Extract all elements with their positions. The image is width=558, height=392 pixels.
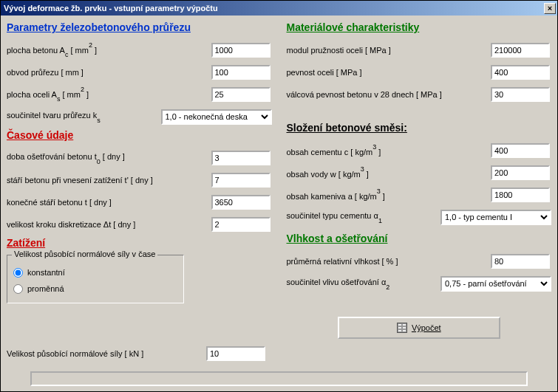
- statusbar: [30, 371, 528, 386]
- label-area-concrete: plocha betonu Ac [ mm2 ]: [7, 44, 211, 57]
- groupbox-legend: Velikost působící normálové síly v čase: [12, 250, 157, 258]
- label-rel-humidity: průměrná relativní vlhkost [ % ]: [287, 257, 491, 266]
- str-steel-input[interactable]: [491, 65, 550, 80]
- close-icon[interactable]: ×: [544, 3, 556, 14]
- step-size-input[interactable]: [211, 217, 271, 232]
- heading-params: Parametry železobetonového průřezu: [7, 21, 272, 33]
- label-cement-type: součinitel typu cementu α1: [287, 211, 441, 222]
- radio-constant-label: konstantní: [27, 268, 65, 277]
- cure-time-input[interactable]: [211, 151, 271, 165]
- cement-type-select[interactable]: 1,0 - typ cementu I: [440, 210, 551, 225]
- heading-humidity: Vlhkost a ošetřování: [287, 233, 552, 244]
- area-concrete-input[interactable]: [211, 43, 271, 58]
- label-age-load: stáří betonu při vnesení zatížení t' [ d…: [7, 176, 211, 185]
- label-step-size: velikost kroku diskretizace Δt [ dny ]: [7, 220, 211, 229]
- titlebar: Vývoj deformace žb. prvku - vstupní para…: [1, 1, 557, 16]
- label-shape-coef: součinitel tvaru průřezu ks: [7, 111, 161, 122]
- label-area-steel: plocha oceli As [ mm2 ]: [7, 88, 211, 101]
- label-str-conc: válcová pevnost betonu v 28 dnech [ MPa …: [287, 90, 491, 99]
- label-cement: obsah cementu c [ kg/m3 ]: [287, 145, 491, 157]
- dialog-window: Vývoj deformace žb. prvku - vstupní para…: [0, 0, 558, 392]
- right-column: Materiálové charakteristiky modul pružno…: [287, 20, 552, 339]
- label-aggregate: obsah kameniva a [ kg/m3 ]: [287, 190, 491, 201]
- force-time-groupbox: Velikost působící normálové síly v čase …: [7, 255, 184, 303]
- water-input[interactable]: [491, 165, 550, 180]
- calculate-button-label: Výpočet: [412, 323, 441, 332]
- window-title: Vývoj deformace žb. prvku - vstupní para…: [4, 4, 218, 13]
- label-perimeter: obvod průřezu [ mm ]: [7, 68, 211, 77]
- age-load-input[interactable]: [211, 173, 271, 188]
- left-column: Parametry železobetonového průřezu ploch…: [7, 20, 272, 339]
- aggregate-input[interactable]: [491, 188, 550, 202]
- label-care-coef: součinitel vlivu ošetřování α2: [287, 278, 441, 289]
- calculator-icon: [397, 323, 407, 333]
- shape-coef-select[interactable]: 1,0 - nekonečná deska: [161, 109, 272, 125]
- calculate-button[interactable]: Výpočet: [338, 317, 500, 339]
- area-steel-input[interactable]: [211, 87, 271, 102]
- label-force-magnitude: Velikost působící normálové síly [ kN ]: [7, 349, 199, 358]
- heading-mix: Složení betonové směsi:: [287, 122, 552, 134]
- care-coef-select[interactable]: 0,75 - parní ošetřování: [440, 276, 551, 292]
- cement-input[interactable]: [491, 143, 550, 158]
- label-str-steel: pevnost oceli [ MPa ]: [287, 68, 491, 77]
- force-magnitude-input[interactable]: [206, 346, 265, 361]
- rel-humidity-input[interactable]: [491, 254, 550, 269]
- age-final-input[interactable]: [211, 195, 271, 210]
- heading-time: Časové údaje: [7, 129, 272, 141]
- radio-variable-label: proměnná: [27, 284, 64, 293]
- radio-variable[interactable]: [13, 284, 23, 294]
- label-mod-steel: modul pružnosti oceli [ MPa ]: [287, 46, 491, 55]
- radio-constant[interactable]: [13, 268, 23, 278]
- perimeter-input[interactable]: [211, 65, 271, 80]
- str-conc-input[interactable]: [491, 87, 550, 102]
- mod-steel-input[interactable]: [491, 43, 550, 58]
- heading-material: Materiálové charakteristiky: [287, 21, 552, 33]
- label-cure-time: doba ošetřování betonu t0 [ dny ]: [7, 152, 211, 163]
- heading-load: Zatížení: [7, 237, 272, 249]
- label-water: obsah vody w [ kg/m3 ]: [287, 168, 491, 179]
- label-age-final: konečné stáří betonu t [ dny ]: [7, 198, 211, 207]
